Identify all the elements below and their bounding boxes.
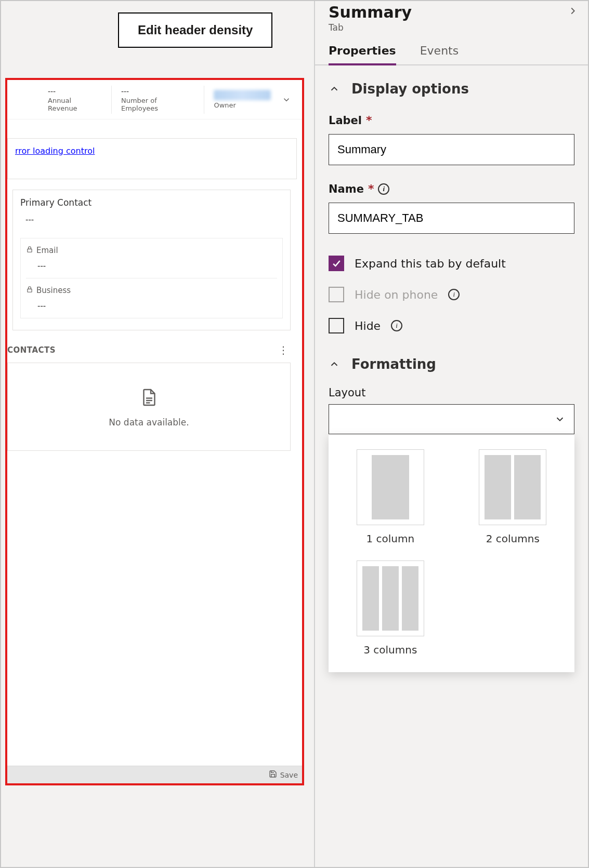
name-input[interactable] [329,203,574,234]
name-field-label: Name * i [329,183,574,195]
field-label: Business [36,286,71,295]
chevron-right-icon[interactable] [567,5,579,19]
label-field-label: Label * [329,114,574,127]
info-icon[interactable]: i [378,183,389,195]
chevron-up-icon[interactable] [329,358,340,370]
layout-option-3-columns[interactable]: 3 columns [339,560,441,656]
email-field[interactable]: Email --- [26,238,277,278]
layout-caption: 3 columns [363,644,417,656]
contacts-heading: CONTACTS [7,345,56,355]
layout-option-2-columns[interactable]: 2 columns [462,449,564,545]
chevron-down-icon [554,413,566,425]
header-field-owner[interactable]: Owner [204,86,280,114]
primary-contact-value: --- [20,215,283,224]
field-label: Email [36,246,58,255]
contacts-empty-state: No data available. [7,363,291,451]
pane-tabs: Properties Events [315,33,588,65]
hide-checkbox[interactable] [329,318,344,333]
primary-contact-quickview: Email --- Business --- [20,238,283,318]
chevron-down-icon[interactable] [280,94,293,106]
header-field-number-employees[interactable]: --- Number of Employees [111,86,204,114]
business-field[interactable]: Business --- [26,278,277,318]
layout-caption: 1 column [366,532,414,545]
tab-events[interactable]: Events [420,44,459,64]
layout-label: Layout [329,386,574,399]
save-bar: Save [7,766,302,783]
primary-contact-title: Primary Contact [20,197,283,208]
header-value: --- [121,87,194,96]
error-section: rror loading control [7,138,297,179]
display-options-heading: Display options [351,81,469,97]
expand-default-checkbox[interactable] [329,256,344,271]
header-value: --- [48,87,102,96]
document-icon [140,386,159,409]
more-vertical-icon[interactable]: ⋮ [278,344,289,356]
layout-thumb-icon [357,449,424,525]
properties-pane: Summary Tab Properties Events Display op… [314,1,588,867]
info-icon[interactable]: i [448,289,460,300]
save-button[interactable]: Save [280,771,298,779]
svg-rect-1 [28,289,32,292]
header-field-annual-revenue[interactable]: --- Annual Revenue [38,86,111,114]
label-input[interactable] [329,134,574,165]
form-header-row: --- Annual Revenue --- Number of Employe… [7,80,302,119]
layout-thumb-icon [479,449,546,525]
chevron-up-icon[interactable] [329,83,340,95]
formatting-heading: Formatting [351,356,436,372]
hide-label: Hide [355,319,381,332]
layout-thumb-icon [357,560,424,636]
required-asterisk-icon: * [368,183,374,195]
pane-title: Summary [329,3,412,21]
lock-icon [26,286,33,295]
required-asterisk-icon: * [366,115,372,126]
save-icon[interactable] [269,770,277,780]
layout-dropdown[interactable] [329,404,574,434]
empty-text: No data available. [109,417,189,428]
pane-subtitle: Tab [329,22,412,33]
edit-header-density-button[interactable]: Edit header density [118,12,272,48]
error-loading-control-link[interactable]: rror loading control [15,146,95,156]
form-preview: --- Annual Revenue --- Number of Employe… [5,78,304,785]
header-label: Annual Revenue [48,97,102,112]
hide-on-phone-checkbox [329,287,344,302]
expand-default-label: Expand this tab by default [355,257,506,270]
layout-option-1-column[interactable]: 1 column [339,449,441,545]
info-icon[interactable]: i [391,320,402,331]
svg-rect-0 [28,249,32,252]
layout-caption: 2 columns [486,532,540,545]
tab-properties[interactable]: Properties [329,44,396,65]
field-value: --- [26,261,277,271]
owner-value-redacted [214,90,271,100]
lock-icon [26,246,33,255]
layout-options-popup: 1 column 2 columns 3 columns [329,434,574,672]
header-label: Owner [214,101,271,109]
primary-contact-section[interactable]: Primary Contact --- Email --- [12,190,291,330]
header-label: Number of Employees [121,97,194,112]
field-value: --- [26,301,277,311]
hide-on-phone-label: Hide on phone [355,288,438,301]
